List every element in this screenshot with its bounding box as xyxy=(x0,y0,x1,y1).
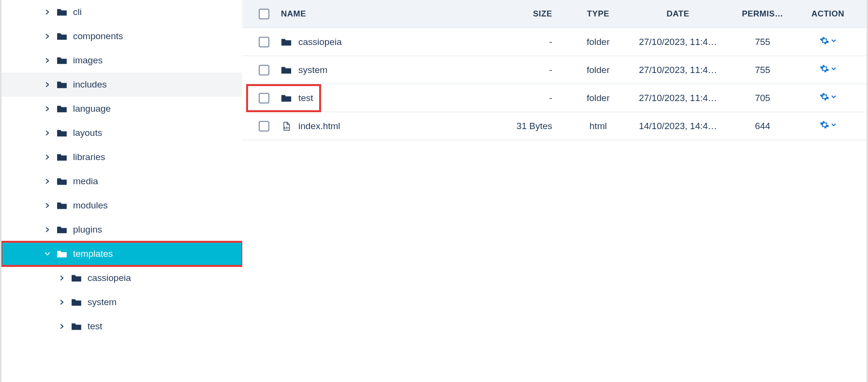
table-header-row: NAME SIZE TYPE DATE PERMIS… ACTION xyxy=(242,0,867,28)
tree-item-cli[interactable]: cli xyxy=(1,0,242,24)
tree-item-images[interactable]: images xyxy=(1,48,242,73)
tree-item-label: language xyxy=(73,103,111,114)
tree-item-language[interactable]: language xyxy=(1,97,242,121)
table-row[interactable]: index.html31 Byteshtml14/10/2023, 14:4…6… xyxy=(242,112,867,140)
row-checkbox[interactable] xyxy=(259,37,269,47)
tree-item-label: components xyxy=(73,31,123,42)
chevron-right-icon[interactable] xyxy=(42,105,53,112)
tree-item-label: templates xyxy=(73,249,113,259)
row-permissions: 755 xyxy=(726,37,799,47)
table-row[interactable]: cassiopeia-folder27/10/2023, 11:4…755 xyxy=(242,28,867,56)
tree-item-modules[interactable]: modules xyxy=(1,193,242,218)
header-type[interactable]: TYPE xyxy=(567,9,630,19)
row-size: - xyxy=(504,37,567,47)
folder-icon xyxy=(57,32,68,41)
row-checkbox[interactable] xyxy=(259,93,269,103)
row-permissions: 705 xyxy=(726,93,799,103)
folder-icon xyxy=(57,80,68,89)
folder-icon xyxy=(57,250,68,258)
tree-item-label: cassiopeia xyxy=(88,273,131,283)
file-icon xyxy=(281,121,293,131)
row-name-label: index.html xyxy=(298,121,340,132)
folder-icon xyxy=(281,93,293,103)
row-size: - xyxy=(504,93,567,103)
folder-icon xyxy=(57,8,68,16)
folder-icon xyxy=(57,153,68,162)
chevron-right-icon[interactable] xyxy=(57,299,67,306)
folder-icon xyxy=(281,37,293,47)
chevron-right-icon[interactable] xyxy=(42,81,53,88)
tree-item-cassiopeia[interactable]: cassiopeia xyxy=(1,266,242,290)
header-action[interactable]: ACTION xyxy=(799,9,857,19)
chevron-right-icon[interactable] xyxy=(42,154,53,161)
header-size[interactable]: SIZE xyxy=(504,9,567,19)
tree-item-label: images xyxy=(73,55,103,66)
table-row[interactable]: system-folder27/10/2023, 11:4…755 xyxy=(242,56,867,84)
chevron-right-icon[interactable] xyxy=(42,226,53,233)
row-date: 27/10/2023, 11:4… xyxy=(630,37,726,47)
row-type: folder xyxy=(567,65,630,75)
row-size: 31 Bytes xyxy=(504,121,567,132)
row-action-menu[interactable] xyxy=(820,120,836,130)
tree-item-layouts[interactable]: layouts xyxy=(1,121,242,145)
folder-icon xyxy=(71,298,83,307)
header-date[interactable]: DATE xyxy=(630,9,726,19)
folder-icon xyxy=(57,225,68,234)
folder-icon xyxy=(57,56,68,65)
row-date: 27/10/2023, 11:4… xyxy=(630,93,726,103)
header-name[interactable]: NAME xyxy=(276,9,504,19)
row-action-menu[interactable] xyxy=(820,92,836,102)
row-action-menu[interactable] xyxy=(820,36,836,45)
row-checkbox[interactable] xyxy=(259,121,269,132)
folder-icon xyxy=(71,274,83,282)
chevron-right-icon[interactable] xyxy=(42,57,53,64)
tree-item-templates[interactable]: templates xyxy=(1,242,242,266)
row-date: 27/10/2023, 11:4… xyxy=(630,65,726,75)
row-type: html xyxy=(567,121,630,132)
tree-item-media[interactable]: media xyxy=(1,169,242,193)
folder-icon xyxy=(57,201,68,210)
row-action-menu[interactable] xyxy=(820,64,836,73)
folder-icon xyxy=(281,65,293,75)
folder-icon xyxy=(71,322,83,331)
folder-icon xyxy=(57,129,68,137)
chevron-down-icon[interactable] xyxy=(42,250,53,257)
row-name-label: system xyxy=(298,65,327,75)
sidebar-tree[interactable]: clicomponentsimagesincludeslanguagelayou… xyxy=(1,0,242,382)
chevron-right-icon[interactable] xyxy=(42,9,53,15)
folder-icon xyxy=(57,177,68,186)
tree-item-system[interactable]: system xyxy=(1,290,242,314)
row-permissions: 755 xyxy=(726,65,799,75)
select-all-checkbox[interactable] xyxy=(259,9,269,19)
tree-item-label: cli xyxy=(73,7,82,17)
file-table: NAME SIZE TYPE DATE PERMIS… ACTION cassi… xyxy=(242,0,868,382)
row-type: folder xyxy=(567,93,630,103)
row-name-label: test xyxy=(298,93,313,103)
header-permissions[interactable]: PERMIS… xyxy=(726,9,799,19)
tree-item-includes[interactable]: includes xyxy=(1,73,242,97)
tree-item-libraries[interactable]: libraries xyxy=(1,145,242,169)
chevron-right-icon[interactable] xyxy=(42,202,53,209)
tree-item-label: system xyxy=(88,297,117,308)
chevron-right-icon[interactable] xyxy=(57,275,67,281)
tree-item-label: layouts xyxy=(73,128,102,138)
table-row[interactable]: test-folder27/10/2023, 11:4…705 xyxy=(242,84,867,112)
tree-item-label: test xyxy=(88,321,103,332)
row-date: 14/10/2023, 14:4… xyxy=(630,121,726,132)
chevron-right-icon[interactable] xyxy=(42,130,53,136)
chevron-right-icon[interactable] xyxy=(42,178,53,185)
tree-item-test[interactable]: test xyxy=(1,314,242,338)
tree-item-plugins[interactable]: plugins xyxy=(1,218,242,242)
tree-item-label: libraries xyxy=(73,152,105,162)
row-name-label: cassiopeia xyxy=(298,37,342,47)
row-checkbox[interactable] xyxy=(259,65,269,75)
row-type: folder xyxy=(567,37,630,47)
row-size: - xyxy=(504,65,567,75)
tree-item-label: modules xyxy=(73,200,108,211)
tree-item-label: plugins xyxy=(73,224,102,235)
chevron-right-icon[interactable] xyxy=(57,323,67,330)
chevron-right-icon[interactable] xyxy=(42,33,53,40)
folder-icon xyxy=(57,104,68,113)
tree-item-components[interactable]: components xyxy=(1,24,242,48)
row-permissions: 644 xyxy=(726,121,799,132)
